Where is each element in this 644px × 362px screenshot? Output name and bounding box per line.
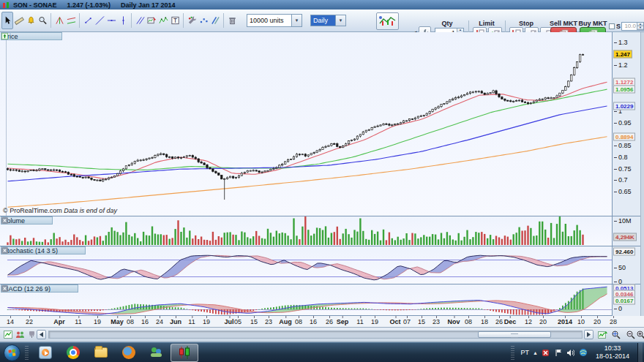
taskbar-item-firefox[interactable] — [115, 343, 143, 362]
volume-chart-canvas[interactable] — [0, 216, 612, 246]
tool-points-icon[interactable] — [198, 12, 209, 29]
zoom-in-icon[interactable] — [635, 330, 644, 339]
wrench-icon[interactable] — [61, 247, 67, 254]
toolbar-separator — [181, 13, 184, 28]
axis-value-badge: 0.0167 — [613, 297, 635, 305]
time-axis-label: 26 — [495, 318, 503, 325]
prorealtime-candles-icon — [178, 346, 191, 359]
volume-icon[interactable] — [566, 348, 575, 357]
taskbar-item-prorealtime-active[interactable] — [171, 344, 198, 362]
close-icon[interactable] — [70, 285, 76, 292]
zoom-out-icon[interactable] — [625, 330, 635, 339]
action-center-flag-icon[interactable] — [554, 348, 563, 357]
axis-tick-label: 0.7 — [614, 176, 628, 184]
contacts-icon[interactable] — [15, 330, 25, 339]
close-icon[interactable] — [44, 217, 50, 224]
period-dropdown[interactable]: Daily ▼ — [310, 15, 346, 26]
period-value: Daily — [311, 15, 335, 26]
buy-alert-icon[interactable] — [53, 33, 60, 39]
close-icon[interactable] — [37, 33, 44, 39]
chevron-down-icon[interactable]: ▼ — [291, 15, 302, 26]
window-title: SON - SONAE — [13, 1, 57, 9]
wrench-icon[interactable] — [53, 285, 60, 292]
chart-style-button[interactable] — [376, 12, 399, 30]
tool-fork-icon[interactable] — [53, 12, 65, 29]
auto-scale-icon[interactable] — [597, 330, 607, 339]
taskbar-clock[interactable]: 10:33 18-01-2014 — [591, 344, 634, 361]
time-axis-label: 15 — [418, 318, 425, 325]
tool-zoom-icon[interactable] — [37, 12, 48, 29]
tool-vline-icon[interactable] — [117, 12, 129, 29]
taskbar-item-messenger[interactable] — [143, 343, 171, 362]
axis-tick-label: 0.75 — [614, 165, 632, 173]
time-scrollbar-track[interactable] — [48, 331, 583, 339]
taskbar-item-chrome[interactable] — [59, 343, 87, 362]
units-dropdown[interactable]: 10000 units ▼ — [247, 14, 302, 27]
sell-alert-icon[interactable] — [45, 33, 52, 39]
start-button[interactable] — [4, 344, 20, 361]
tool-pointer-icon[interactable] — [1, 12, 13, 29]
tool-parallel-icon[interactable] — [134, 12, 146, 29]
stochastic-chart-canvas[interactable] — [0, 246, 612, 284]
time-scrollbar-thumb[interactable] — [478, 331, 551, 338]
macd-chart-canvas[interactable] — [0, 284, 612, 316]
firefox-icon — [122, 346, 135, 359]
stop-loss-checkbox[interactable] — [609, 23, 615, 29]
tool-hline-icon[interactable] — [105, 12, 117, 29]
taskbar-item-media-player[interactable] — [31, 343, 59, 362]
scroll-left-button[interactable] — [37, 330, 46, 339]
explorer-folder-icon — [94, 347, 108, 358]
tool-channel-icon[interactable] — [65, 12, 77, 29]
detach-window-icon[interactable] — [29, 33, 36, 39]
detach-window-icon[interactable] — [36, 217, 42, 224]
time-axis-label: 20 — [594, 318, 601, 325]
vertical-scrollbar[interactable] — [640, 32, 644, 316]
taskbar-item-explorer[interactable] — [87, 343, 115, 362]
wrench-icon[interactable] — [21, 33, 28, 39]
axis-value-badge: 1.0956 — [613, 86, 635, 94]
time-axis-label: 19 — [94, 318, 101, 325]
toolbar-separator — [129, 13, 132, 28]
stochastic-panel-title: Stochastic (14 3 5) — [3, 247, 58, 254]
tool-alarm-icon[interactable] — [25, 12, 37, 29]
tool-multiline-icon[interactable] — [209, 12, 221, 29]
tool-zigzag-icon[interactable] — [157, 12, 169, 29]
time-axis-label: 26 — [326, 318, 333, 325]
close-icon[interactable] — [77, 247, 83, 254]
spinner-arrows-icon[interactable]: ▲▼ — [637, 23, 643, 30]
zoom-reset-icon[interactable] — [610, 330, 621, 339]
time-axis-label: 08 — [295, 318, 302, 325]
tray-app-icon[interactable] — [542, 348, 550, 357]
wrench-icon[interactable] — [28, 217, 34, 224]
tool-segment-icon[interactable] — [82, 12, 94, 29]
show-desktop-button[interactable] — [637, 343, 643, 362]
tool-ruler-icon[interactable] — [13, 12, 25, 29]
candles-layer — [7, 53, 583, 200]
time-axis-label: 28 — [610, 318, 617, 325]
price-panel-header: Price — [1, 32, 62, 40]
scroll-right-button[interactable] — [584, 330, 594, 339]
connection-icon[interactable] — [26, 330, 37, 339]
tool-trash-icon[interactable] — [226, 12, 238, 29]
tool-text-icon[interactable]: T — [169, 12, 181, 29]
axis-value-badge: 92.460 — [613, 248, 635, 256]
axis-tick-label: 0.65 — [614, 188, 632, 195]
timeframe-date: Daily Jan 17 2014 — [121, 1, 176, 9]
tool-line-icon[interactable] — [94, 12, 105, 29]
axis-tick-label: 1.3 — [614, 39, 628, 46]
mini-chart-icon[interactable] — [3, 330, 13, 339]
detach-window-icon[interactable] — [69, 247, 75, 254]
show-hidden-icons-caret[interactable]: ▲ — [533, 350, 538, 355]
ma-fast-line — [8, 82, 607, 178]
tool-pattern-icon[interactable] — [146, 12, 157, 29]
time-axis-label: 22 — [26, 318, 33, 325]
tool-tools-icon[interactable] — [186, 12, 198, 29]
detach-window-icon[interactable] — [61, 285, 68, 292]
language-indicator[interactable]: PT — [521, 349, 530, 356]
stochastic-panel: Stochastic (14 3 5) — [0, 246, 612, 284]
price-chart-canvas[interactable] — [0, 32, 612, 216]
macd-panel: MACD (12 26 9) — [0, 284, 612, 316]
chevron-down-icon[interactable]: ▼ — [335, 15, 345, 26]
network-icon[interactable] — [579, 348, 588, 357]
stop-loss-spinner[interactable]: 10.0 ▲▼ — [621, 22, 644, 31]
